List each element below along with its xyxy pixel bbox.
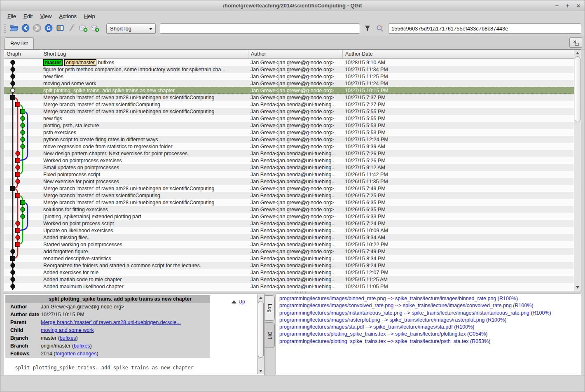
table-row[interactable]: renamed descriptive-statisticsJan Benda<… (4, 255, 574, 262)
apply-patch-button[interactable] (89, 23, 100, 34)
renamed-file-entry[interactable]: programming/lectures/images/binned_rate.… (279, 295, 581, 302)
filter-input[interactable] (160, 23, 360, 34)
column-header-graph[interactable]: Graph (4, 50, 41, 58)
table-row[interactable]: Merge branch 'master' of raven.am28.uni-… (4, 185, 574, 192)
table-row[interactable]: New exercise for point processesJan Bend… (4, 178, 574, 185)
table-row[interactable]: psth exercisesJan Grewe<jan.grewe@g-node… (4, 129, 574, 136)
commit-date: 10/26/15 6:35 PM (343, 207, 574, 212)
table-row[interactable]: Merge branch 'master' of raven.am28.uni-… (4, 94, 574, 101)
renamed-file-entry[interactable]: programming/lectures/images/convolved_ra… (279, 302, 581, 309)
table-row[interactable]: Fixed pointprocess scriptJan Benda<jan.b… (4, 171, 574, 178)
tab-diff[interactable]: Diff (265, 322, 275, 348)
commit-author: Jan Benda<jan.benda@uni-tuebing... (248, 158, 343, 163)
scroll-down-icon[interactable] (257, 368, 264, 374)
view-select[interactable]: Short log (106, 23, 156, 34)
commit-date: 10/26/15 7:49 PM (343, 249, 574, 254)
rev-list-scrollbar[interactable] (574, 50, 581, 291)
meta-value-suffix: ) (97, 351, 98, 357)
renamed-file-entry[interactable]: programming/lectures/images/instantaneou… (279, 310, 581, 317)
table-row[interactable]: Merge branch 'master' of raven.am28.uni-… (4, 199, 574, 206)
column-header-author[interactable]: Author (248, 50, 343, 58)
menu-item-help[interactable]: Help (80, 12, 99, 21)
scroll-up-icon[interactable] (574, 50, 581, 56)
forward-button[interactable] (31, 23, 42, 34)
table-row[interactable]: Update on likelihood exercisesJan Benda<… (4, 227, 574, 234)
commit-short-log: Added exercises for mle (43, 270, 98, 275)
scroll-down-icon[interactable] (574, 285, 581, 290)
table-row[interactable]: Reorganized the folders and started a co… (4, 262, 574, 269)
table-row[interactable]: solutions for fitting exercisesJan Grewe… (4, 206, 574, 213)
table-row[interactable]: New design pattern chapter. Next exercis… (4, 150, 574, 157)
meta-link[interactable]: forgotten changes (55, 351, 96, 357)
scroll-up-icon[interactable] (257, 295, 264, 301)
open-repository-button[interactable] (8, 23, 19, 34)
menu-item-file[interactable]: File (4, 12, 20, 21)
meta-link[interactable]: bufixes (74, 343, 90, 349)
detail-scrollbar[interactable] (257, 294, 264, 374)
commit-short-log: New design pattern chapter. Next exercis… (43, 151, 189, 156)
vertical-splitter[interactable] (15, 326, 16, 342)
renamed-file-entry[interactable]: programming/lectures/plotting_spike_trai… (279, 331, 581, 338)
minimize-button[interactable]: − (554, 3, 560, 9)
column-header-author-date[interactable]: Author Date (343, 50, 581, 58)
table-row[interactable]: Worked on pointprocess exercisesJan Bend… (4, 157, 574, 164)
table-row[interactable]: new figsJan Grewe<jan.grewe@g-node.org>1… (4, 115, 574, 122)
menu-item-view[interactable]: View (36, 12, 55, 21)
window-title: /home/grewe/teaching/2014/scientificComp… (223, 2, 362, 9)
scrollbar-thumb[interactable] (258, 301, 264, 358)
meta-row: Branchmaster (bufixes) (5, 334, 210, 342)
tab-rev-list[interactable]: Rev list (5, 37, 34, 49)
meta-link[interactable]: bufixes (60, 335, 76, 341)
title-bar[interactable]: /home/grewe/teaching/2014/scientificComp… (0, 0, 585, 11)
table-row[interactable]: move regression code from statistics to … (4, 143, 574, 150)
highlight-search-icon[interactable] (375, 23, 385, 33)
table-row[interactable]: split plotting_spike trains. add spike t… (4, 87, 574, 94)
up-link[interactable]: Up (239, 299, 245, 305)
sha-input[interactable]: 1556c960375d91a171761755ef433c7b8c87443e (388, 23, 581, 34)
save-patch-button[interactable] (77, 23, 89, 34)
menu-item-edit[interactable]: Edit (20, 12, 36, 21)
table-row[interactable]: Added maximum likelihood chapterJan Bend… (4, 283, 574, 290)
meta-link[interactable]: moving and some work (41, 327, 94, 333)
renamed-file-entry[interactable]: programming/lectures/images/rasterplot.p… (279, 317, 581, 324)
table-row[interactable]: Merge branch 'master' of raven:scientifi… (4, 101, 574, 108)
meta-value-suffix: ) (90, 343, 92, 349)
pin-icon (67, 23, 76, 34)
view-toggle-button[interactable] (54, 23, 66, 34)
renamed-file-entry[interactable]: programming/lectures/plotting_spike_trai… (279, 338, 581, 345)
table-row[interactable]: new filesJan Grewe<jan.grewe@g-node.org>… (4, 73, 574, 80)
filter-funnel-icon[interactable] (363, 23, 372, 33)
reload-button[interactable]: G (43, 23, 54, 34)
table-row[interactable]: Added exercises for mleJan Benda<jan.ben… (4, 269, 574, 276)
table-row[interactable]: Merge branch 'master' of raven.am28.uni-… (4, 108, 574, 115)
menu-item-actions[interactable]: Actions (55, 12, 80, 21)
table-row[interactable]: Added matlab code to mle chapterJan Bend… (4, 276, 574, 283)
tab-log[interactable]: Log (265, 295, 275, 321)
maximize-button[interactable]: + (565, 3, 571, 9)
table-row[interactable]: moving and some workJan Grewe<jan.grewe@… (4, 80, 574, 87)
table-row[interactable]: Started working on pointprocessesJan Ben… (4, 241, 574, 248)
table-row[interactable]: Added missing files.Jan Benda<jan.benda@… (4, 234, 574, 241)
tab-options-button[interactable] (569, 37, 582, 48)
meta-link[interactable]: Merge branch 'master' of raven.am28.uni-… (41, 320, 181, 325)
close-button[interactable]: × (576, 3, 581, 9)
scrollbar-thumb[interactable] (575, 56, 580, 122)
table-row[interactable]: Merge branch 'master' of raven:scientifi… (4, 192, 574, 199)
pin-button[interactable] (66, 23, 77, 34)
table-row[interactable]: [plotting, spiketrains] extended plottin… (4, 213, 574, 220)
table-row[interactable]: add forgotten figureJan Grewe<jan.grewe@… (4, 248, 574, 255)
table-row[interactable]: python script to create firing rates in … (4, 136, 574, 143)
back-button[interactable] (20, 23, 31, 34)
table-row[interactable]: figure for psth method comparsion, some … (4, 66, 574, 73)
commit-short-log: plotting, psth, sta lecture (43, 123, 99, 128)
table-row[interactable]: Worked on point process scriptJan Benda<… (4, 220, 574, 227)
table-row[interactable]: Small updates on pointprocessesJan Benda… (4, 164, 574, 171)
open-repository-icon (9, 23, 19, 34)
table-row[interactable]: plotting, psth, sta lectureJan Grewe<jan… (4, 122, 574, 129)
renamed-file-entry[interactable]: programming/lectures/images/sta.pdf --> … (279, 324, 581, 331)
commit-date: 10/27/15 7:37 PM (343, 95, 574, 100)
table-row[interactable]: masterorigin/masterbufixesJan Grewe<jan.… (4, 59, 574, 66)
column-header-short-log[interactable]: Short Log (41, 50, 248, 58)
toolbar-grip[interactable] (4, 24, 6, 33)
commit-author: Jan Grewe<jan.grewe@g-node.org> (248, 74, 343, 79)
